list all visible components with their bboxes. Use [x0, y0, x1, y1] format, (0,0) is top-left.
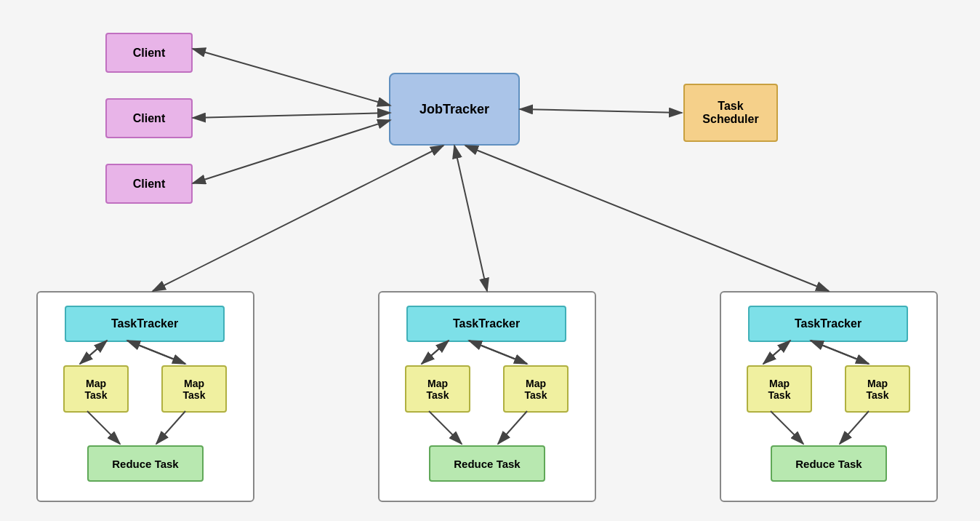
maptask-node-3a: Map Task — [747, 365, 812, 413]
reduce1-label: Reduce Task — [112, 458, 178, 470]
map3b-label: Map Task — [867, 378, 889, 401]
jobtracker-label: JobTracker — [419, 102, 489, 117]
tasktracker-node-3: TaskTracker — [748, 306, 908, 342]
tt-group-2: TaskTracker Map Task Map Task Reduce Tas… — [378, 291, 596, 502]
map3a-label: Map Task — [768, 378, 791, 401]
arrow-jt-tt3 — [465, 146, 829, 291]
map2a-label: Map Task — [427, 378, 449, 401]
diagram-container: Client Client Client JobTracker Task Sch… — [0, 0, 980, 521]
map1a-label: Map Task — [85, 378, 108, 401]
client-node-1: Client — [105, 33, 193, 73]
tt1-label: TaskTracker — [111, 317, 178, 330]
client-node-2: Client — [105, 98, 193, 138]
map1b-label: Map Task — [183, 378, 206, 401]
arrow-jt-ts — [520, 109, 682, 113]
maptask-node-3b: Map Task — [845, 365, 910, 413]
maptask-node-2a: Map Task — [405, 365, 470, 413]
reduce3-label: Reduce Task — [795, 458, 861, 470]
taskscheduler-label: Task Scheduler — [702, 100, 758, 126]
tt2-label: TaskTracker — [453, 317, 520, 330]
arrow-client3-jt — [193, 120, 390, 183]
reducetask-node-1: Reduce Task — [87, 445, 204, 482]
client-node-3: Client — [105, 164, 193, 204]
arrow-client2-jt — [193, 113, 390, 118]
reducetask-node-3: Reduce Task — [771, 445, 887, 482]
maptask-node-1b: Map Task — [161, 365, 227, 413]
tt3-label: TaskTracker — [795, 317, 861, 330]
reducetask-node-2: Reduce Task — [429, 445, 545, 482]
client1-label: Client — [133, 47, 165, 60]
tasktracker-node-2: TaskTracker — [406, 306, 566, 342]
arrow-jt-tt2 — [454, 146, 487, 291]
arrow-jt-tt1 — [153, 146, 443, 291]
client3-label: Client — [133, 178, 165, 191]
taskscheduler-node: Task Scheduler — [683, 84, 778, 142]
jobtracker-node: JobTracker — [389, 73, 520, 146]
maptask-node-2b: Map Task — [503, 365, 569, 413]
maptask-node-1a: Map Task — [63, 365, 129, 413]
map2b-label: Map Task — [525, 378, 547, 401]
tt-group-3: TaskTracker Map Task Map Task Reduce Tas… — [720, 291, 938, 502]
tt-group-1: TaskTracker Map Task Map Task Reduce Tas… — [36, 291, 254, 502]
arrow-client1-jt — [193, 49, 390, 106]
reduce2-label: Reduce Task — [454, 458, 520, 470]
tasktracker-node-1: TaskTracker — [65, 306, 225, 342]
client2-label: Client — [133, 112, 165, 125]
